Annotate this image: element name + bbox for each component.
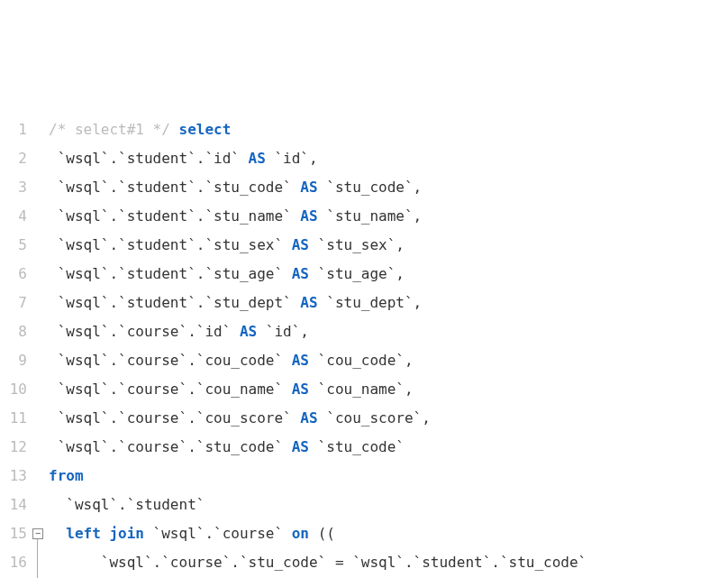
- token-txt: `wsql`.`course`.`cou_code`: [49, 352, 292, 369]
- token-kw: on: [292, 525, 309, 542]
- token-txt: `wsql`.`course`.`stu_code`: [49, 438, 292, 455]
- code-line: /* select#1 */ select: [49, 115, 728, 144]
- code-line: `wsql`.`student`.`stu_age` AS `stu_age`,: [49, 260, 728, 289]
- token-txt: `wsql`.`course`.`stu_code` = `wsql`.`stu…: [49, 554, 587, 571]
- token-kw: left join: [66, 525, 144, 542]
- token-txt: ((: [309, 525, 335, 542]
- token-kw: AS: [292, 438, 309, 455]
- token-txt: `wsql`.`student`.`stu_age`: [49, 265, 292, 282]
- line-number: 4: [0, 202, 27, 231]
- code-line: `wsql`.`course`.`stu_code` = `wsql`.`stu…: [49, 548, 728, 577]
- token-kw: from: [49, 467, 84, 484]
- token-txt: `wsql`.`course`: [144, 525, 292, 542]
- code-line: left join `wsql`.`course` on ((: [49, 519, 728, 548]
- line-number: 7: [0, 289, 27, 317]
- token-txt: `wsql`.`course`.`cou_score`: [49, 409, 300, 427]
- token-txt: `id`,: [257, 323, 309, 340]
- token-txt: `wsql`.`student`.`stu_sex`: [49, 236, 292, 253]
- line-number: 16: [0, 548, 27, 577]
- token-kw: AS: [249, 150, 266, 167]
- token-txt: `stu_sex`,: [309, 236, 405, 253]
- token-kw: AS: [292, 265, 309, 282]
- token-kw: AS: [292, 381, 309, 398]
- token-txt: `stu_name`,: [318, 207, 423, 225]
- token-txt: `wsql`.`student`.`stu_name`: [49, 207, 300, 225]
- code-line: `wsql`.`course`.`cou_name` AS `cou_name`…: [49, 375, 728, 404]
- token-kw: AS: [292, 352, 309, 369]
- line-number: 1: [0, 115, 27, 144]
- line-number: 9: [0, 346, 27, 375]
- token-txt: `stu_dept`,: [318, 294, 423, 311]
- line-number: 6: [0, 260, 27, 289]
- line-number: 11: [0, 404, 27, 433]
- token-txt: `cou_name`,: [309, 381, 414, 398]
- code-line: `wsql`.`course`.`stu_code` AS `stu_code`: [49, 433, 728, 462]
- token-txt: `stu_age`,: [309, 265, 405, 282]
- code-line: `wsql`.`course`.`cou_code` AS `cou_code`…: [49, 346, 728, 375]
- token-txt: `wsql`.`student`.`stu_dept`: [49, 294, 300, 311]
- line-number: 15: [0, 519, 27, 548]
- token-kw: AS: [292, 236, 309, 253]
- token-txt: `stu_code`: [309, 438, 405, 455]
- token-kw: AS: [300, 409, 317, 427]
- token-txt: `wsql`.`student`: [49, 496, 205, 513]
- code-editor: 1234567891011121314151617181920 −− /* se…: [0, 115, 728, 578]
- code-area: /* select#1 */ select `wsql`.`student`.`…: [49, 115, 728, 578]
- code-line: `wsql`.`student`.`stu_code` AS `stu_code…: [49, 173, 728, 202]
- fold-toggle-icon[interactable]: −: [32, 528, 43, 539]
- token-kw: AS: [300, 294, 317, 311]
- fold-column: −−: [32, 115, 49, 578]
- code-line: `wsql`.`student`.`id` AS `id`,: [49, 144, 728, 173]
- code-line: `wsql`.`student`.`stu_dept` AS `stu_dept…: [49, 289, 728, 317]
- line-number: 3: [0, 173, 27, 202]
- line-number: 12: [0, 433, 27, 462]
- token-kw: select: [179, 121, 232, 138]
- line-number: 5: [0, 231, 27, 260]
- line-number-gutter: 1234567891011121314151617181920: [0, 115, 32, 578]
- line-number: 2: [0, 144, 27, 173]
- code-line: `wsql`.`course`.`id` AS `id`,: [49, 317, 728, 346]
- line-number: 13: [0, 462, 27, 491]
- token-txt: `wsql`.`student`.`id`: [49, 150, 249, 167]
- code-line: `wsql`.`course`.`cou_score` AS `cou_scor…: [49, 404, 728, 433]
- token-txt: [49, 525, 66, 542]
- token-txt: `id`,: [266, 150, 318, 167]
- token-txt: `wsql`.`student`.`stu_code`: [49, 179, 300, 196]
- code-line: from: [49, 462, 728, 491]
- code-line: `wsql`.`student`.`stu_sex` AS `stu_sex`,: [49, 231, 728, 260]
- token-kw: AS: [300, 207, 317, 225]
- code-line: `wsql`.`student`: [49, 491, 728, 519]
- code-line: `wsql`.`student`.`stu_name` AS `stu_name…: [49, 202, 728, 231]
- token-txt: `cou_code`,: [309, 352, 414, 369]
- line-number: 8: [0, 317, 27, 346]
- line-number: 10: [0, 375, 27, 404]
- token-txt: `wsql`.`course`.`cou_name`: [49, 381, 292, 398]
- token-txt: `cou_score`,: [318, 409, 431, 427]
- fold-guide: [37, 548, 38, 577]
- token-kw: AS: [300, 179, 317, 196]
- line-number: 14: [0, 491, 27, 519]
- token-txt: `wsql`.`course`.`id`: [49, 323, 240, 340]
- token-kw: AS: [240, 323, 257, 340]
- token-cm: /* select#1 */: [49, 121, 179, 138]
- token-txt: `stu_code`,: [318, 179, 423, 196]
